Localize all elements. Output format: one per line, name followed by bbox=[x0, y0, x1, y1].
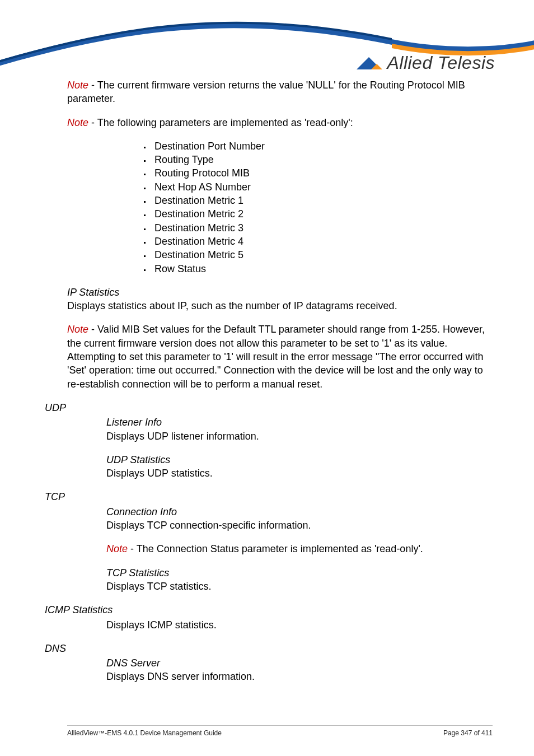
udp-stats-body: Displays UDP statistics. bbox=[106, 466, 493, 480]
footer-left: AlliedView™-EMS 4.0.1 Device Management … bbox=[67, 729, 222, 737]
brand-logo: Allied Telesis bbox=[354, 53, 495, 73]
tcp-conn-heading: Connection Info bbox=[106, 505, 493, 519]
udp-listener-heading: Listener Info bbox=[106, 416, 493, 429]
tcp-conn-body: Displays TCP connection-specific informa… bbox=[106, 519, 493, 532]
list-item: Row Status bbox=[151, 262, 493, 276]
dns-server-heading: DNS Server bbox=[106, 656, 493, 670]
tcp-note: Note - The Connection Status parameter i… bbox=[106, 542, 493, 556]
logo-triangle-icon bbox=[354, 55, 383, 72]
icmp-label: ICMP Statistics bbox=[45, 603, 493, 617]
note-text: - Valid MIB Set values for the Default T… bbox=[67, 324, 485, 389]
udp-stats-heading: UDP Statistics bbox=[106, 453, 493, 466]
note-text: - The Connection Status parameter is imp… bbox=[128, 543, 423, 554]
ip-statistics-body: Displays statistics about IP, such as th… bbox=[67, 299, 493, 312]
icmp-body: Displays ICMP statistics. bbox=[106, 618, 493, 632]
note-text: - The current firmware version returns t… bbox=[67, 80, 465, 104]
list-item: Destination Metric 2 bbox=[151, 207, 493, 221]
footer-right: Page 347 of 411 bbox=[443, 729, 493, 737]
list-item: Destination Metric 3 bbox=[151, 221, 493, 235]
logo-text: Allied Telesis bbox=[387, 53, 495, 73]
note-label: Note bbox=[106, 543, 128, 554]
page-footer: AlliedView™-EMS 4.0.1 Device Management … bbox=[67, 725, 493, 737]
note-label: Note bbox=[67, 80, 88, 91]
note-firmware-null: Note - The current firmware version retu… bbox=[67, 78, 493, 106]
ip-statistics-heading: IP Statistics bbox=[67, 286, 493, 299]
tcp-label: TCP bbox=[45, 490, 493, 503]
list-item: Destination Metric 1 bbox=[151, 194, 493, 207]
note-readonly-intro: Note - The following parameters are impl… bbox=[67, 116, 493, 129]
note-ttl: Note - Valid MIB Set values for the Defa… bbox=[67, 323, 493, 390]
list-item: Routing Type bbox=[151, 153, 493, 166]
page: Allied Telesis Note - The current firmwa… bbox=[0, 0, 534, 756]
list-item: Destination Metric 5 bbox=[151, 248, 493, 262]
tcp-stats-body: Displays TCP statistics. bbox=[106, 580, 493, 593]
tcp-stats-heading: TCP Statistics bbox=[106, 566, 493, 580]
dns-server-body: Displays DNS server information. bbox=[106, 670, 493, 683]
note-label: Note bbox=[67, 324, 88, 335]
udp-listener-body: Displays UDP listener information. bbox=[106, 430, 493, 443]
content-area: Note - The current firmware version retu… bbox=[67, 78, 493, 684]
note-label: Note bbox=[67, 117, 88, 128]
list-item: Next Hop AS Number bbox=[151, 180, 493, 194]
readonly-params-list: Destination Port Number Routing Type Rou… bbox=[151, 139, 493, 276]
list-item: Routing Protocol MIB bbox=[151, 166, 493, 180]
dns-label: DNS bbox=[45, 642, 493, 655]
note-text: - The following parameters are implement… bbox=[88, 117, 353, 128]
list-item: Destination Metric 4 bbox=[151, 235, 493, 248]
udp-label: UDP bbox=[45, 401, 493, 414]
list-item: Destination Port Number bbox=[151, 139, 493, 153]
